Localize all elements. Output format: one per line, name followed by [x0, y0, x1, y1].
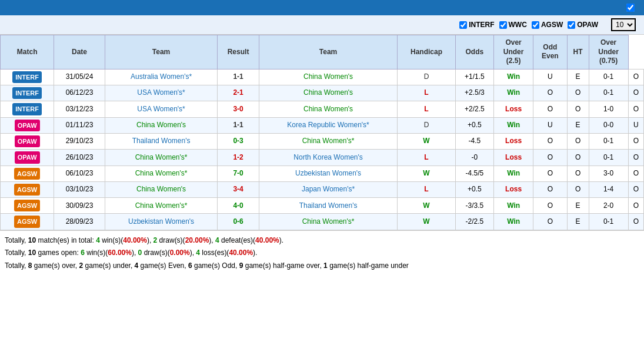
ou075-cell: O — [628, 165, 643, 181]
col-result: Result — [218, 35, 259, 69]
team1-cell[interactable]: China Women's* — [105, 198, 218, 214]
team1-cell[interactable]: USA Women's* — [105, 101, 218, 117]
handicap-cell: +1/1.5 — [455, 69, 493, 85]
date-cell: 06/10/23 — [54, 165, 105, 181]
result-cell: 3-4 — [218, 181, 259, 197]
col-ou25: OverUnder(2.5) — [494, 35, 533, 69]
ou075-cell: O — [628, 198, 643, 214]
filter-interf: INTERF — [459, 21, 494, 29]
ou075-cell: O — [628, 69, 643, 85]
result-cell: 1-2 — [218, 150, 259, 165]
ht-cell: 2-0 — [589, 198, 628, 214]
ou25-cell: O — [533, 214, 567, 230]
display-notes-checkbox[interactable] — [626, 4, 635, 12]
table-row: AGSW 06/10/23 China Women's* 7-0 Uzbekis… — [1, 165, 644, 181]
odds-cell: Win — [494, 117, 533, 133]
oe-cell: E — [567, 198, 589, 214]
filter-wwc-checkbox[interactable] — [499, 21, 507, 29]
ht-cell: 0-1 — [589, 85, 628, 101]
odds-cell: Win — [494, 214, 533, 230]
filter-opaw-label: OPAW — [577, 21, 598, 29]
match-type-badge: AGSW — [14, 200, 40, 211]
ht-cell: 3-0 — [589, 165, 628, 181]
ou075-cell: O — [628, 85, 643, 101]
team1-cell[interactable]: China Women's — [105, 117, 218, 133]
filter-bar: INTERF WWC AGSW OPAW 10 20 30 — [0, 15, 644, 35]
date-cell: 01/11/23 — [54, 117, 105, 133]
summary-line: Totally, 10 match(es) in total: 4 win(s)… — [5, 234, 639, 247]
wl-cell: L — [398, 181, 455, 197]
match-type-badge: INTERF — [12, 87, 42, 99]
team2-cell[interactable]: China Women's* — [259, 214, 398, 230]
scores-table: Match Date Team Result Team Handicap Odd… — [0, 35, 644, 230]
odds-cell: Win — [494, 198, 533, 214]
ou25-cell: O — [533, 198, 567, 214]
filter-wwc-label: WWC — [509, 21, 527, 29]
team1-cell[interactable]: Uzbekistan Women's — [105, 214, 218, 230]
col-oe: OddEven — [533, 35, 567, 69]
result-cell: 3-0 — [218, 101, 259, 117]
match-type-cell: AGSW — [1, 214, 54, 230]
filter-interf-label: INTERF — [469, 21, 494, 29]
filter-agsw-label: AGSW — [541, 21, 563, 29]
ou25-cell: O — [533, 133, 567, 149]
match-type-cell: INTERF — [1, 85, 54, 101]
team1-cell[interactable]: USA Women's* — [105, 85, 218, 101]
wl-cell: W — [398, 198, 455, 214]
team1-cell[interactable]: Australia Women's* — [105, 69, 218, 85]
ou25-cell: U — [533, 69, 567, 85]
table-row: OPAW 29/10/23 Thailand Women's 0-3 China… — [1, 133, 644, 149]
summary-section: Totally, 10 match(es) in total: 4 win(s)… — [0, 230, 644, 276]
match-type-badge: INTERF — [12, 103, 42, 115]
team2-cell[interactable]: Japan Women's* — [259, 181, 398, 197]
team2-cell[interactable]: North Korea Women's — [259, 150, 398, 165]
oe-cell: O — [567, 165, 589, 181]
match-type-badge: OPAW — [15, 151, 40, 163]
oe-cell: O — [567, 85, 589, 101]
odds-cell: Win — [494, 85, 533, 101]
table-row: OPAW 26/10/23 China Women's* 1-2 North K… — [1, 150, 644, 165]
match-type-cell: AGSW — [1, 165, 54, 181]
wl-cell: W — [398, 133, 455, 149]
handicap-cell: +2.5/3 — [455, 85, 493, 101]
team2-cell[interactable]: China Women's — [259, 101, 398, 117]
team2-cell[interactable]: China Women's* — [259, 133, 398, 149]
match-type-cell: OPAW — [1, 117, 54, 133]
odds-cell: Win — [494, 69, 533, 85]
handicap-cell: -4.5 — [455, 133, 493, 149]
table-row: AGSW 30/09/23 China Women's* 4-0 Thailan… — [1, 198, 644, 214]
col-team2: Team — [259, 35, 398, 69]
ht-cell: 0-1 — [589, 69, 628, 85]
team1-cell[interactable]: Thailand Women's — [105, 133, 218, 149]
last-games-select[interactable]: 10 20 30 — [611, 18, 636, 31]
result-cell: 2-1 — [218, 85, 259, 101]
team2-cell[interactable]: Korea Republic Women's* — [259, 117, 398, 133]
oe-cell: O — [567, 133, 589, 149]
table-row: INTERF 06/12/23 USA Women's* 2-1 China W… — [1, 85, 644, 101]
table-row: INTERF 03/12/23 USA Women's* 3-0 China W… — [1, 101, 644, 117]
team1-cell[interactable]: China Women's* — [105, 165, 218, 181]
col-team1: Team — [105, 35, 218, 69]
wl-cell: D — [398, 117, 455, 133]
display-notes-section — [626, 4, 638, 12]
team1-cell[interactable]: China Women's* — [105, 150, 218, 165]
ou075-cell: O — [628, 214, 643, 230]
filter-agsw-checkbox[interactable] — [532, 21, 539, 29]
team2-cell[interactable]: China Women's — [259, 69, 398, 85]
result-cell: 1-1 — [218, 69, 259, 85]
ou075-cell: O — [628, 101, 643, 117]
match-type-cell: OPAW — [1, 133, 54, 149]
odds-cell: Loss — [494, 101, 533, 117]
team1-cell[interactable]: China Women's — [105, 181, 218, 197]
team2-cell[interactable]: Thailand Women's — [259, 198, 398, 214]
ou075-cell: O — [628, 181, 643, 197]
oe-cell: E — [567, 69, 589, 85]
match-type-badge: INTERF — [12, 71, 42, 83]
filter-interf-checkbox[interactable] — [459, 21, 467, 29]
wl-cell: L — [398, 101, 455, 117]
ou25-cell: O — [533, 181, 567, 197]
filter-opaw-checkbox[interactable] — [568, 21, 575, 29]
team2-cell[interactable]: China Women's — [259, 85, 398, 101]
odds-cell: Loss — [494, 150, 533, 165]
team2-cell[interactable]: Uzbekistan Women's — [259, 165, 398, 181]
